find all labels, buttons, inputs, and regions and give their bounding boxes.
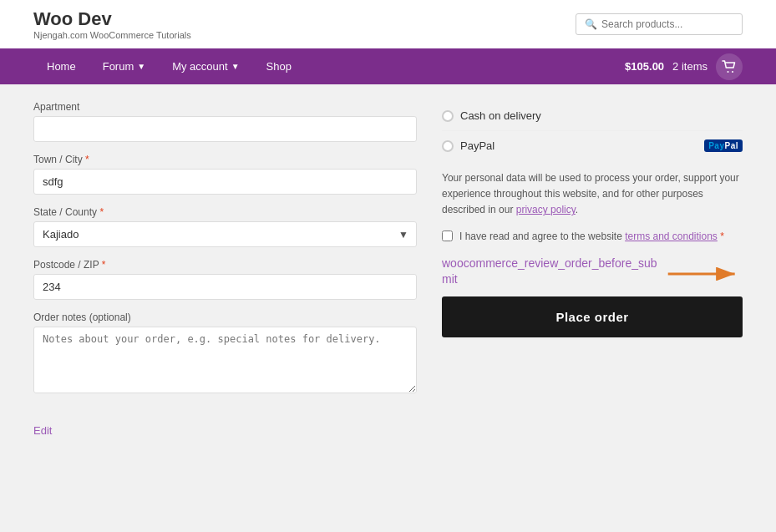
right-column: Cash on delivery PayPal PayPal Your pers… [442,101,743,437]
payment-paypal[interactable]: PayPal PayPal [442,131,743,157]
cash-label: Cash on delivery [460,109,743,122]
nav-forum[interactable]: Forum ▼ [89,48,159,84]
hook-area: woocommerce_review_order_before_submit [442,256,743,293]
apartment-group: Apartment [33,101,417,142]
paypal-badge: PayPal [704,139,743,152]
state-select[interactable]: Kajiado [33,221,417,247]
nav-bar: Home Forum ▼ My account ▼ Shop $105.00 2… [0,48,776,84]
page-content: Apartment Town / City * State / County *… [0,84,776,470]
cash-radio[interactable] [442,110,454,122]
privacy-text: Your personal data will be used to proce… [442,170,743,219]
arrow-icon [664,261,743,286]
paypal-label: PayPal [460,139,697,152]
order-notes-group: Order notes (optional) [33,312,417,396]
site-title: Woo Dev [33,8,191,30]
site-branding: Woo Dev Njengah.com WooCommerce Tutorial… [33,8,191,40]
chevron-down-icon: ▼ [137,62,145,71]
order-notes-textarea[interactable] [33,327,417,393]
state-select-wrap: Kajiado ▼ [33,221,417,247]
nav-shop[interactable]: Shop [253,48,305,84]
apartment-input[interactable] [33,116,417,142]
left-column: Apartment Town / City * State / County *… [33,101,417,437]
privacy-policy-link[interactable]: privacy policy [516,204,576,215]
search-icon: 🔍 [585,18,597,30]
terms-link[interactable]: terms and conditions [625,231,718,242]
cart-icon[interactable] [716,53,743,80]
place-order-button[interactable]: Place order [442,296,743,337]
nav-home[interactable]: Home [33,48,89,84]
terms-row: I have read and agree to the website ter… [442,229,743,244]
cart-amount: $105.00 [625,60,664,73]
postcode-label: Postcode / ZIP * [33,259,417,271]
state-group: State / County * Kajiado ▼ [33,206,417,247]
payment-cash[interactable]: Cash on delivery [442,101,743,131]
nav-links: Home Forum ▼ My account ▼ Shop [33,48,305,84]
town-required: * [85,154,89,165]
cart-items-count: 2 items [672,60,708,73]
svg-point-1 [732,71,733,73]
chevron-down-icon: ▼ [231,62,240,71]
nav-myaccount[interactable]: My account ▼ [159,48,252,84]
hook-text: woocommerce_review_order_before_submit [442,256,659,288]
postcode-input[interactable] [33,274,417,300]
search-input[interactable] [601,18,733,30]
paypal-radio[interactable] [442,140,454,152]
order-notes-label: Order notes (optional) [33,312,417,323]
apartment-label: Apartment [33,101,417,113]
search-box[interactable]: 🔍 [576,13,743,35]
postcode-required: * [102,259,106,271]
town-group: Town / City * [33,154,417,195]
nav-cart: $105.00 2 items [625,53,743,80]
terms-checkbox[interactable] [442,231,453,241]
terms-label: I have read and agree to the website ter… [459,229,724,244]
town-label: Town / City * [33,154,417,165]
svg-point-0 [728,71,729,73]
edit-link[interactable]: Edit [33,424,52,437]
site-header: Woo Dev Njengah.com WooCommerce Tutorial… [0,0,776,48]
state-label: State / County * [33,206,417,218]
state-required: * [99,206,104,218]
nav-forum-label: Forum [103,60,134,73]
site-tagline: Njengah.com WooCommerce Tutorials [33,30,191,40]
town-input[interactable] [33,169,417,195]
nav-myaccount-label: My account [172,60,227,73]
postcode-group: Postcode / ZIP * [33,259,417,300]
terms-required: * [720,231,724,242]
cart-svg [722,60,737,73]
